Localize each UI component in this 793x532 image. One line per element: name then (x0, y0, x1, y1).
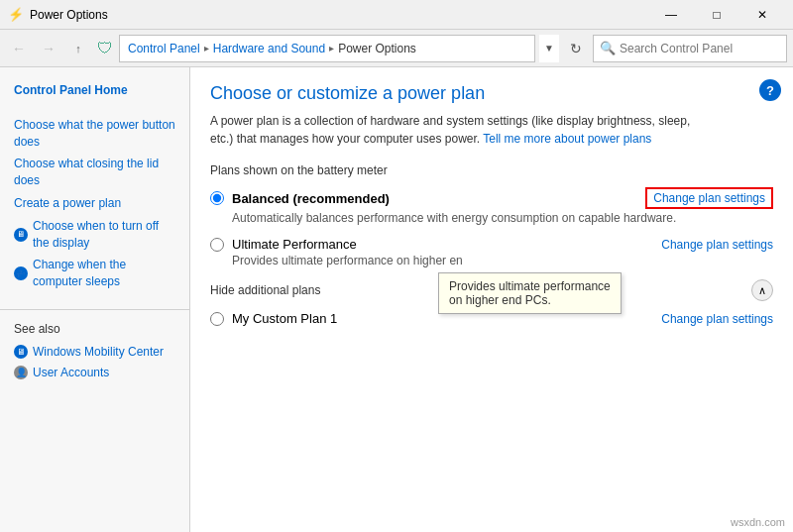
ultimate-plan-item: Ultimate Performance Change plan setting… (210, 237, 773, 267)
search-icon: 🔍 (600, 41, 616, 55)
sidebar-power-button-link[interactable]: Choose what the power button does (0, 114, 189, 154)
ultimate-radio[interactable] (210, 238, 224, 252)
breadcrumb-dropdown[interactable]: ▼ (539, 35, 559, 62)
custom-radio[interactable] (210, 312, 224, 326)
up-button[interactable]: ↑ (65, 36, 91, 61)
ultimate-tooltip: Provides ultimate performance on higher … (438, 272, 622, 314)
window-controls: — □ ✕ (648, 0, 785, 30)
balanced-plan-name: Balanced (recommended) (232, 191, 390, 206)
balanced-radio[interactable] (210, 191, 224, 205)
custom-plan-label[interactable]: My Custom Plan 1 (210, 311, 337, 326)
content-area: ? Choose or customize a power plan A pow… (190, 67, 793, 532)
sidebar-home-link[interactable]: Control Panel Home (0, 79, 189, 102)
balanced-plan-header: Balanced (recommended) Change plan setti… (210, 187, 773, 209)
breadcrumb-sep-2: ▸ (329, 43, 334, 53)
balanced-plan-desc: Automatically balances performance with … (232, 211, 773, 225)
refresh-button[interactable]: ↻ (563, 36, 589, 61)
back-button[interactable]: ← (6, 36, 32, 61)
search-box: 🔍 (593, 35, 787, 62)
breadcrumb-current: Power Options (338, 42, 416, 55)
user-accounts-item: 👤 User Accounts (14, 363, 175, 383)
title-bar: ⚡ Power Options — □ ✕ (0, 0, 793, 30)
custom-plan-name: My Custom Plan 1 (232, 311, 337, 326)
title-bar-text: Power Options (30, 8, 648, 22)
page-title: Choose or customize a power plan (210, 83, 773, 104)
ultimate-plan-name: Ultimate Performance (232, 237, 357, 252)
sidebar: Control Panel Home Choose what the power… (0, 67, 190, 532)
ultimate-change-link[interactable]: Change plan settings (661, 238, 773, 252)
app-icon: ⚡ (8, 7, 24, 23)
sidebar-see-also-section: See also 🖥 Windows Mobility Center 👤 Use… (0, 309, 189, 391)
ultimate-plan-label[interactable]: Ultimate Performance (210, 237, 357, 252)
maximize-button[interactable]: □ (694, 0, 739, 30)
section-label: Plans shown on the battery meter (210, 163, 773, 177)
close-button[interactable]: ✕ (739, 0, 785, 30)
user-accounts-link[interactable]: User Accounts (33, 365, 109, 381)
breadcrumb-icon: 🛡 (97, 40, 113, 57)
breadcrumb-hardware-sound[interactable]: Hardware and Sound (213, 42, 325, 55)
search-input[interactable] (620, 42, 780, 55)
sidebar-display-link[interactable]: Choose when to turn off the display (33, 218, 175, 252)
page-description: A power plan is a collection of hardware… (210, 112, 706, 148)
display-icon: 🖥 (14, 228, 28, 242)
ultimate-plan-header: Ultimate Performance Change plan setting… (210, 237, 773, 252)
ultimate-plan-desc: Provides ultimate performance on higher … (232, 254, 773, 267)
sleep-icon: 💤 (14, 266, 28, 280)
watermark: wsxdn.com (731, 516, 785, 528)
mobility-center-item: 🖥 Windows Mobility Center (14, 342, 175, 363)
tell-me-more-link[interactable]: Tell me more about power plans (483, 132, 651, 146)
forward-button[interactable]: → (36, 36, 61, 61)
sidebar-create-plan-link[interactable]: Create a power plan (0, 192, 189, 215)
balanced-plan-item: Balanced (recommended) Change plan setti… (210, 187, 773, 225)
help-button[interactable]: ? (759, 79, 781, 101)
main-container: Control Panel Home Choose what the power… (0, 67, 793, 532)
hide-plans-label: Hide additional plans (210, 283, 320, 297)
balanced-plan-label[interactable]: Balanced (recommended) (210, 191, 390, 206)
balanced-change-link[interactable]: Change plan settings (645, 187, 773, 209)
breadcrumb-sep-1: ▸ (204, 43, 209, 53)
see-also-label: See also (14, 322, 175, 336)
mobility-icon: 🖥 (14, 345, 28, 359)
mobility-center-link[interactable]: Windows Mobility Center (33, 344, 164, 361)
collapse-button[interactable]: ∧ (751, 279, 773, 301)
breadcrumb-control-panel[interactable]: Control Panel (128, 42, 200, 55)
custom-change-link[interactable]: Change plan settings (661, 312, 773, 326)
sidebar-lid-link[interactable]: Choose what closing the lid does (0, 153, 189, 192)
breadcrumb-bar: Control Panel ▸ Hardware and Sound ▸ Pow… (119, 35, 535, 62)
sidebar-sleep-link[interactable]: Change when the computer sleeps (33, 257, 175, 290)
address-bar: ← → ↑ 🛡 Control Panel ▸ Hardware and Sou… (0, 30, 793, 67)
user-icon: 👤 (14, 366, 28, 379)
minimize-button[interactable]: — (648, 0, 694, 30)
